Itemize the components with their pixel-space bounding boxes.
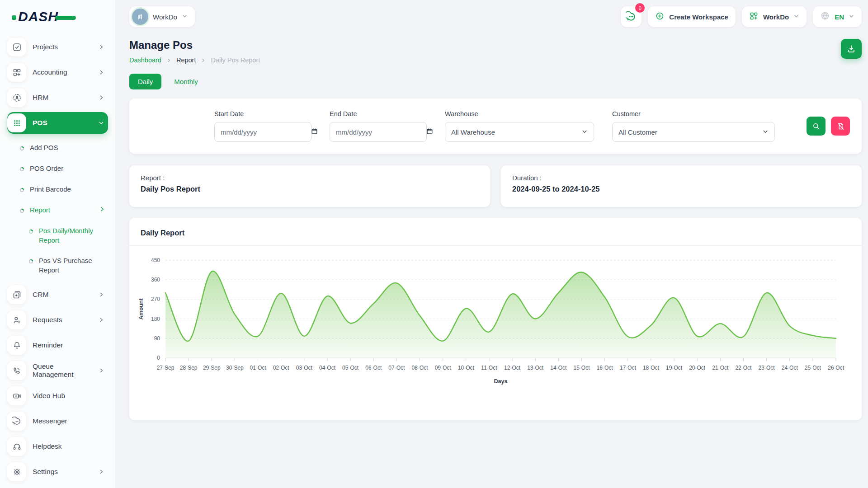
svg-text:14-Oct: 14-Oct xyxy=(550,365,567,371)
end-date-input[interactable] xyxy=(336,128,426,136)
customer-label: Customer xyxy=(612,110,775,117)
tab-monthly[interactable]: Monthly xyxy=(174,78,198,85)
messages-button[interactable]: 0 xyxy=(621,6,642,27)
sidebar-subitem-label: Print Barcode xyxy=(30,184,71,194)
sidebar-subitem-label: Report xyxy=(30,205,50,215)
building-icon xyxy=(132,9,148,25)
svg-text:29-Sep: 29-Sep xyxy=(203,365,221,371)
chevron-right-icon xyxy=(98,469,104,475)
svg-text:11-Oct: 11-Oct xyxy=(481,365,497,371)
sidebar-item-hrm[interactable]: HRM xyxy=(7,87,108,108)
chart-body: 09018027036045027-Sep28-Sep29-Sep30-Sep0… xyxy=(129,246,862,393)
reset-filter-button[interactable] xyxy=(831,117,850,136)
workspace-name: WorkDo xyxy=(153,13,177,21)
windows-copy-icon xyxy=(7,285,26,304)
summary-row: Report : Daily Pos Report Duration : 202… xyxy=(129,165,862,207)
breadcrumb-report[interactable]: Report xyxy=(176,56,196,64)
svg-text:09-Oct: 09-Oct xyxy=(435,365,452,371)
sidebar-item-projects[interactable]: Projects xyxy=(7,36,108,58)
start-date-label: Start Date xyxy=(214,110,311,117)
svg-text:21-Oct: 21-Oct xyxy=(712,365,729,371)
page-content: Manage Pos Dashboard Report Daily Pos Re… xyxy=(116,28,868,488)
end-date-label: End Date xyxy=(330,110,427,117)
workspace-dropdown[interactable]: WorkDo xyxy=(742,6,807,27)
sidebar-item-accounting[interactable]: Accounting xyxy=(7,61,108,83)
svg-text:90: 90 xyxy=(154,335,160,342)
calendar-icon[interactable] xyxy=(426,127,434,136)
ring-bullet-icon xyxy=(28,228,33,236)
chevron-right-icon xyxy=(98,69,104,75)
sidebar-item-messenger[interactable]: Messenger xyxy=(7,410,108,432)
checkbox-icon xyxy=(7,38,26,56)
phone-call-icon xyxy=(7,361,26,380)
workspace-dropdown-label: WorkDo xyxy=(763,13,789,21)
breadcrumb-current: Daily Pos Report xyxy=(211,56,260,64)
svg-text:27-Sep: 27-Sep xyxy=(157,365,175,371)
chat-bubble-icon xyxy=(7,412,26,431)
create-workspace-button[interactable]: Create Workspace xyxy=(648,6,736,27)
svg-text:15-Oct: 15-Oct xyxy=(573,365,590,371)
app-logo[interactable]: DASH xyxy=(12,7,115,26)
breadcrumb: Dashboard Report Daily Pos Report xyxy=(129,56,260,64)
svg-text:17-Oct: 17-Oct xyxy=(620,365,637,371)
sidebar-item-pos[interactable]: POS xyxy=(7,112,108,134)
svg-text:03-Oct: 03-Oct xyxy=(296,365,313,371)
svg-text:18-Oct: 18-Oct xyxy=(643,365,660,371)
sidebar-item-label: HRM xyxy=(33,94,48,102)
sidebar-item-queue-management[interactable]: Queue Management xyxy=(7,360,108,381)
workspace-switcher[interactable]: WorkDo xyxy=(129,6,195,27)
svg-text:20-Oct: 20-Oct xyxy=(689,365,706,371)
search-button[interactable] xyxy=(807,117,826,136)
sidebar-item-video-hub[interactable]: Video Hub xyxy=(7,385,108,407)
sidebar-subitem-report[interactable]: Report xyxy=(0,200,108,221)
sidebar-item-label: Messenger xyxy=(33,417,67,425)
sidebar-item-label: Reminder xyxy=(33,341,63,349)
download-button[interactable] xyxy=(841,39,862,59)
sidebar-item-requests[interactable]: Requests xyxy=(7,309,108,331)
start-date-field: Start Date xyxy=(214,110,311,142)
gear-icon xyxy=(7,462,26,481)
svg-text:06-Oct: 06-Oct xyxy=(365,365,382,371)
chevron-right-icon xyxy=(98,44,104,50)
customer-select[interactable]: All Customer xyxy=(612,122,775,142)
sidebar-subitem-pos-daily-monthly-report[interactable]: Pos Daily/Monthly Report xyxy=(0,221,108,250)
sidebar-nav: Projects Accounting HRM xyxy=(0,36,115,483)
topbar: WorkDo 0 Create Workspace WorkDo xyxy=(116,0,868,28)
calendar-icon[interactable] xyxy=(311,127,318,136)
duration-label: Duration : xyxy=(512,174,850,182)
sidebar-subitem-pos-order[interactable]: POS Order xyxy=(0,158,108,179)
sidebar-subitem-label: POS Order xyxy=(30,164,63,173)
sidebar-item-label: Settings xyxy=(33,468,58,476)
tab-daily[interactable]: Daily xyxy=(129,74,161,89)
chevron-down-icon xyxy=(762,128,769,136)
sidebar-item-helpdesk[interactable]: Helpdesk xyxy=(7,436,108,457)
svg-text:16-Oct: 16-Oct xyxy=(597,365,613,371)
chevron-right-icon xyxy=(201,58,206,63)
sidebar-subitem-label: Add POS xyxy=(30,143,58,152)
warehouse-select[interactable]: All Warehouse xyxy=(445,122,594,142)
search-icon xyxy=(812,122,821,131)
topbar-actions: 0 Create Workspace WorkDo EN xyxy=(621,6,862,27)
dots-grid-icon xyxy=(7,113,26,132)
sidebar-item-settings[interactable]: Settings xyxy=(7,461,108,483)
filter-actions xyxy=(807,117,850,136)
language-dropdown[interactable]: EN xyxy=(813,6,862,27)
sidebar-item-reminder[interactable]: Reminder xyxy=(7,334,108,356)
start-date-input[interactable] xyxy=(221,128,311,136)
app-root: DASH Projects Accounting xyxy=(0,0,868,488)
breadcrumb-dashboard[interactable]: Dashboard xyxy=(129,56,161,64)
sidebar-subitem-pos-vs-purchase-report[interactable]: Pos VS Purchase Report xyxy=(0,250,108,280)
warehouse-label: Warehouse xyxy=(445,110,594,117)
sidebar-item-crm[interactable]: CRM xyxy=(7,284,108,305)
sidebar-subitem-add-pos[interactable]: Add POS xyxy=(0,137,108,158)
svg-text:10-Oct: 10-Oct xyxy=(458,365,475,371)
globe-icon xyxy=(820,11,830,23)
bell-icon xyxy=(7,336,26,355)
sidebar-item-label: Queue Management xyxy=(33,362,92,379)
sidebar-subitem-print-barcode[interactable]: Print Barcode xyxy=(0,179,108,200)
svg-text:26-Oct: 26-Oct xyxy=(828,365,844,371)
svg-text:Days: Days xyxy=(494,378,508,385)
svg-text:07-Oct: 07-Oct xyxy=(388,365,405,371)
report-label: Report : xyxy=(141,174,479,182)
chevron-right-icon xyxy=(98,94,104,101)
